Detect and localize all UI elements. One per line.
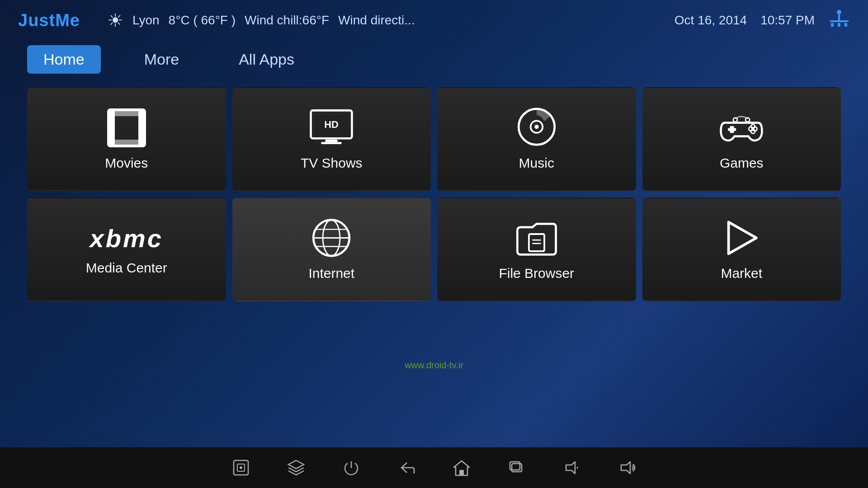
svg-point-42 bbox=[240, 466, 242, 469]
svg-line-39 bbox=[729, 238, 757, 254]
header: JustMe ☀ Lyon 8°C ( 66°F ) Wind chill:66… bbox=[0, 0, 868, 41]
app-tile-games[interactable]: Games bbox=[642, 87, 841, 191]
weather-wind-dir: Wind directi... bbox=[338, 13, 415, 28]
tab-all-apps[interactable]: All Apps bbox=[222, 45, 311, 74]
back-button[interactable] bbox=[397, 458, 416, 477]
watermark: www.droid-tv.ir bbox=[405, 360, 463, 371]
svg-rect-4 bbox=[838, 23, 840, 27]
weather-info: ☀ Lyon 8°C ( 66°F ) Wind chill:66°F Wind… bbox=[107, 10, 675, 31]
app-tile-market[interactable]: Market bbox=[642, 197, 841, 301]
weather-icon: ☀ bbox=[107, 10, 123, 31]
layers-button[interactable] bbox=[287, 458, 306, 477]
app-grid: Movies HD TV Shows Music bbox=[0, 83, 868, 306]
globe-icon bbox=[309, 218, 354, 258]
power-button[interactable] bbox=[342, 458, 361, 477]
svg-marker-49 bbox=[621, 462, 630, 474]
tab-home[interactable]: Home bbox=[27, 45, 101, 74]
date-display: Oct 16, 2014 bbox=[675, 13, 747, 28]
svg-rect-3 bbox=[831, 23, 834, 27]
app-label-music: Music bbox=[519, 155, 554, 171]
datetime: Oct 16, 2014 10:57 PM bbox=[675, 8, 850, 33]
screenshot-button[interactable] bbox=[231, 458, 250, 477]
app-label-market: Market bbox=[721, 266, 762, 281]
app-label-games: Games bbox=[720, 155, 764, 171]
svg-rect-45 bbox=[459, 470, 464, 475]
app-tile-movies[interactable]: Movies bbox=[27, 87, 226, 191]
app-label-internet: Internet bbox=[308, 266, 354, 281]
svg-rect-11 bbox=[108, 110, 145, 116]
volume-up-button[interactable] bbox=[618, 458, 637, 477]
app-tile-media-center[interactable]: xbmc Media Center bbox=[27, 197, 226, 301]
app-logo: JustMe bbox=[18, 11, 80, 30]
svg-rect-17 bbox=[321, 142, 342, 144]
app-tile-file-browser[interactable]: File Browser bbox=[437, 197, 636, 301]
svg-marker-48 bbox=[566, 462, 575, 474]
bottom-bar bbox=[0, 447, 868, 488]
app-tile-music[interactable]: Music bbox=[437, 87, 636, 191]
gamepad-icon bbox=[719, 108, 764, 148]
weather-city: Lyon bbox=[132, 13, 160, 28]
weather-temp: 8°C ( 66°F ) bbox=[169, 13, 236, 28]
time-display: 10:57 PM bbox=[760, 13, 815, 28]
svg-rect-34 bbox=[529, 234, 544, 251]
svg-line-38 bbox=[729, 222, 757, 238]
svg-rect-7 bbox=[843, 20, 849, 22]
svg-rect-16 bbox=[326, 140, 338, 142]
app-tile-tv-shows[interactable]: HD TV Shows bbox=[232, 87, 431, 191]
xbmc-logo: xbmc bbox=[90, 224, 163, 253]
svg-marker-43 bbox=[288, 460, 304, 469]
app-label-tv-shows: TV Shows bbox=[301, 155, 363, 171]
volume-down-button[interactable] bbox=[562, 458, 581, 477]
film-icon bbox=[104, 108, 149, 148]
play-store-icon bbox=[719, 218, 764, 258]
svg-rect-5 bbox=[844, 23, 847, 27]
app-tile-internet[interactable]: Internet bbox=[232, 197, 431, 301]
svg-rect-12 bbox=[108, 140, 145, 146]
folder-icon bbox=[514, 218, 559, 258]
svg-rect-6 bbox=[830, 20, 835, 22]
svg-point-20 bbox=[534, 125, 538, 129]
disc-icon bbox=[514, 108, 559, 148]
home-button[interactable] bbox=[452, 458, 471, 477]
recents-button[interactable] bbox=[507, 458, 526, 477]
tv-hd-icon: HD bbox=[309, 108, 354, 148]
app-label-media-center: Media Center bbox=[86, 260, 167, 276]
svg-text:HD: HD bbox=[325, 119, 339, 130]
network-icon bbox=[828, 8, 850, 33]
weather-wind-chill: Wind chill:66°F bbox=[245, 13, 329, 28]
svg-marker-37 bbox=[729, 222, 757, 253]
nav-tabs: Home More All Apps bbox=[0, 41, 868, 83]
app-label-movies: Movies bbox=[105, 155, 148, 171]
app-label-file-browser: File Browser bbox=[499, 266, 574, 281]
tab-more[interactable]: More bbox=[128, 45, 195, 74]
svg-point-2 bbox=[837, 10, 841, 14]
svg-rect-22 bbox=[730, 126, 734, 133]
